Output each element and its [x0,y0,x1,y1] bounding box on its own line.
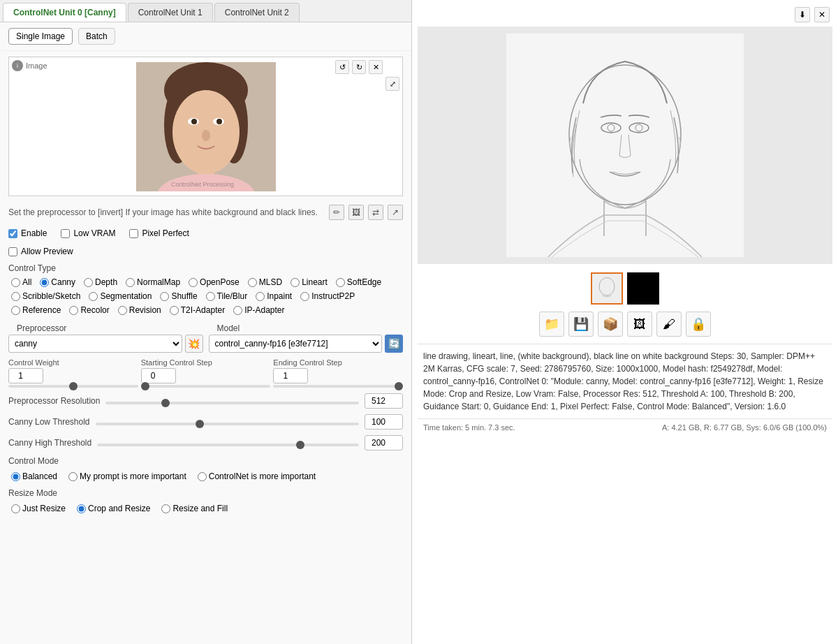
radio-all[interactable]: All [8,276,34,288]
radio-shuffle[interactable]: Shuffle [157,290,200,302]
mode-controlnet[interactable]: ControlNet is more important [195,470,318,483]
mode-balanced[interactable]: Balanced [8,470,60,483]
starting-step-slider[interactable] [141,385,271,388]
preprocessor-col: Preprocessor canny 💥 [8,321,203,353]
svg-point-9 [191,119,197,124]
preproc-res-slider-container [105,396,359,407]
starting-step-col: Starting Control Step [141,358,271,388]
svg-rect-17 [506,34,744,257]
svg-text:ControlNet Processing: ControlNet Processing [171,181,234,188]
radio-scribble[interactable]: Scribble/Sketch [8,290,83,302]
control-weight-input[interactable] [8,368,43,383]
enable-checkbox[interactable]: Enable [8,228,47,238]
radio-depth[interactable]: Depth [81,276,120,288]
box-tool-button[interactable]: 📦 [598,312,623,337]
radio-ipadapter[interactable]: IP-Adapter [230,304,287,316]
uploaded-face-image: ControlNet Processing [136,62,276,191]
radio-revision[interactable]: Revision [115,304,164,316]
preprocessor-model-row: Preprocessor canny 💥 Model control_canny… [0,318,411,356]
thumbnail-row [418,270,832,307]
thumbnail-1[interactable] [627,272,659,305]
preprocessor-select[interactable]: canny [8,335,182,353]
toolbar-row: 📁 💾 📦 🖼 🖌 🔒 [418,307,832,341]
radio-t2i[interactable]: T2I-Adapter [167,304,228,316]
control-weight-col: Control Weight [8,358,138,388]
ending-step-slider[interactable] [273,385,403,388]
image-upload-area[interactable]: i Image ↺ ↻ ✕ ⤢ [8,57,403,196]
arrow-icon[interactable]: ↗ [388,205,403,220]
control-mode-section-label: Control Mode [0,453,411,467]
metadata-text: line drawing, lineart, line, (white back… [418,347,832,416]
ending-step-input[interactable] [273,368,308,383]
radio-canny[interactable]: Canny [37,276,78,288]
redo-button[interactable]: ↻ [352,60,366,74]
radio-instructp2p[interactable]: InstructP2P [297,290,358,302]
info-icon: i [12,60,23,71]
allow-preview-checkbox[interactable]: Allow Preview [8,247,73,256]
folder-tool-button[interactable]: 📁 [539,312,564,337]
radio-lineart[interactable]: Lineart [288,276,330,288]
canny-high-input[interactable] [365,435,403,451]
refresh-button[interactable]: 🔄 [385,335,403,353]
close-button[interactable]: ✕ [369,60,383,74]
radio-tileblur[interactable]: Tile/Blur [203,290,251,302]
model-label: Model [209,321,404,335]
unit-tab-1[interactable]: ControlNet Unit 1 [128,3,213,22]
canny-low-input[interactable] [365,414,403,430]
preproc-res-slider[interactable] [105,402,359,404]
image-icon[interactable]: 🖼 [348,205,364,220]
divider [418,344,832,344]
undo-button[interactable]: ↺ [335,60,349,74]
resize-crop[interactable]: Crop and Resize [74,502,153,515]
image-controls: ↺ ↻ ✕ ⤢ [335,60,399,91]
mode-tabs: Single Image Batch [0,22,411,51]
radio-normalmap[interactable]: NormalMap [123,276,183,288]
image-label: i Image [12,60,47,71]
stamp-tool-button[interactable]: 🔒 [686,312,711,337]
model-select[interactable]: control_canny-fp16 [e3fe7712] [209,335,383,353]
control-type-label: Control Type [0,261,411,275]
resize-just[interactable]: Just Resize [8,502,68,515]
resize-fill[interactable]: Resize and Fill [159,502,230,515]
preprocessor-label: Preprocessor [8,321,203,335]
mode-tab-single[interactable]: Single Image [8,28,73,45]
enable-row: Enable Low VRAM Pixel Perfect [0,224,411,242]
canny-low-slider[interactable] [96,423,359,425]
divider-2 [418,418,832,419]
preproc-res-row: Preprocessor Resolution [0,390,411,411]
unit-tab-0[interactable]: ControlNet Unit 0 [Canny] [3,3,126,22]
pixel-perfect-checkbox[interactable]: Pixel Perfect [129,228,189,238]
radio-mlsd[interactable]: MLSD [245,276,285,288]
radio-segmentation[interactable]: Segmentation [86,290,154,302]
canny-low-row: Canny Low Threshold [0,411,411,432]
canny-high-slider[interactable] [97,444,359,446]
radio-softedge[interactable]: SoftEdge [333,276,384,288]
expand-button[interactable]: ⤢ [385,77,399,91]
image-tool-button[interactable]: 🖼 [627,312,652,337]
brush-tool-button[interactable]: 🖌 [656,312,682,337]
thumbnail-0[interactable] [591,272,623,305]
explosion-button[interactable]: 💥 [185,335,203,353]
resize-mode-section-label: Resize Mode [0,485,411,499]
download-button[interactable]: ⬇ [795,7,810,22]
close-result-button[interactable]: ✕ [814,7,830,22]
right-panel: ⬇ ✕ [412,0,838,644]
preview-row: Allow Preview [0,242,411,261]
control-weight-slider[interactable] [8,385,138,388]
radio-recolor[interactable]: Recolor [66,304,112,316]
unit-tab-2[interactable]: ControlNet Unit 2 [214,3,300,22]
preprocessor-hint: Set the preprocessor to [invert] If your… [0,202,411,224]
mode-prompt[interactable]: My prompt is more important [66,470,189,483]
result-image-area [418,27,832,264]
save-tool-button[interactable]: 💾 [568,312,594,337]
radio-openpose[interactable]: OpenPose [186,276,242,288]
preproc-res-input[interactable] [365,393,403,409]
edit-icon[interactable]: ✏ [329,205,344,220]
mode-tab-batch[interactable]: Batch [78,28,115,45]
radio-reference[interactable]: Reference [8,304,64,316]
result-header: ⬇ ✕ [418,6,832,27]
low-vram-checkbox[interactable]: Low VRAM [61,228,115,238]
swap-icon[interactable]: ⇄ [368,205,383,220]
radio-inpaint[interactable]: Inpaint [253,290,295,302]
starting-step-input[interactable] [141,368,176,383]
